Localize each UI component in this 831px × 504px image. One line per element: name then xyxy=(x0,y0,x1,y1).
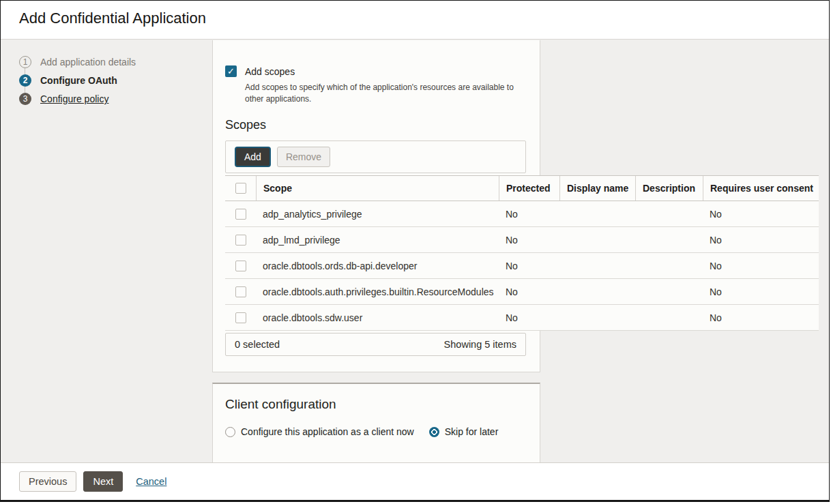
row-checkbox-cell xyxy=(225,235,256,246)
row-checkbox[interactable] xyxy=(235,209,246,220)
select-all-cell xyxy=(225,176,256,201)
step-label: Configure OAuth xyxy=(40,75,117,86)
page-title: Add Confidential Application xyxy=(19,10,206,27)
radio-icon[interactable] xyxy=(225,427,235,437)
scope-cell: adp_lmd_privilege xyxy=(256,235,499,246)
column-header-protected[interactable]: Protected xyxy=(499,176,559,201)
scope-cell: oracle.dbtools.ords.db-api.developer xyxy=(256,261,499,271)
radio-label: Skip for later xyxy=(445,426,499,437)
scope-cell: oracle.dbtools.sdw.user xyxy=(256,312,499,323)
cancel-link[interactable]: Cancel xyxy=(136,476,166,487)
scopes-table: Scope Protected Display name Description… xyxy=(225,175,819,331)
row-checkbox-cell xyxy=(225,209,256,220)
add-button[interactable]: Add xyxy=(235,147,271,167)
scope-cell: adp_analytics_privilege xyxy=(256,209,499,220)
step-number-badge: 3 xyxy=(19,93,31,105)
next-button[interactable]: Next xyxy=(83,471,123,492)
table-row: oracle.dbtools.auth.privileges.builtin.R… xyxy=(225,279,819,305)
previous-button[interactable]: Previous xyxy=(19,471,76,492)
wizard-step-2[interactable]: 2Configure OAuth xyxy=(19,74,136,87)
wizard-footer-bar: Previous Next Cancel xyxy=(1,462,829,500)
add-confidential-application-dialog: Add Confidential Application 1Add applic… xyxy=(0,0,830,502)
protected-cell: No xyxy=(499,261,559,271)
step-number-badge: 1 xyxy=(19,56,31,68)
scope-cell: oracle.dbtools.auth.privileges.builtin.R… xyxy=(256,286,499,297)
showing-count: Showing 5 items xyxy=(444,339,516,350)
column-header-display-name[interactable]: Display name xyxy=(559,176,635,201)
wizard-step-3[interactable]: 3Configure policy xyxy=(19,93,136,105)
wizard-step-1[interactable]: 1Add application details xyxy=(19,56,136,68)
add-scopes-description: Add scopes to specify which of the appli… xyxy=(245,82,518,105)
table-row: adp_analytics_privilegeNoNo xyxy=(225,201,819,227)
select-all-checkbox[interactable] xyxy=(235,183,246,194)
remove-button[interactable]: Remove xyxy=(277,147,330,167)
row-checkbox-cell xyxy=(225,312,256,323)
radio-option-configure-now[interactable]: Configure this application as a client n… xyxy=(225,426,414,437)
row-checkbox[interactable] xyxy=(235,235,246,246)
radio-label: Configure this application as a client n… xyxy=(241,426,414,437)
requires-user-consent-cell: No xyxy=(703,209,819,220)
add-scopes-checkbox[interactable]: ✓ xyxy=(225,65,237,77)
table-row: adp_lmd_privilegeNoNo xyxy=(225,227,819,253)
step-number-badge: 2 xyxy=(19,74,31,87)
step-label: Add application details xyxy=(40,57,136,68)
radio-icon[interactable] xyxy=(429,427,439,437)
scopes-heading: Scopes xyxy=(225,118,266,132)
protected-cell: No xyxy=(499,209,559,220)
oauth-scopes-card: ✓ Add scopes Add scopes to specify which… xyxy=(212,40,540,372)
row-checkbox-cell xyxy=(225,261,256,271)
selected-count: 0 selected xyxy=(235,339,280,350)
dialog-header: Add Confidential Application xyxy=(1,1,829,40)
column-header-requires-user-consent[interactable]: Requires user consent xyxy=(703,176,819,201)
client-configuration-card: Client configuration Configure this appl… xyxy=(212,383,540,465)
column-header-scope[interactable]: Scope xyxy=(256,176,499,201)
radio-option-skip-for-later[interactable]: Skip for later xyxy=(429,426,499,437)
scopes-toolbar: Add Remove xyxy=(225,140,526,173)
scopes-table-body: adp_analytics_privilegeNoNoadp_lmd_privi… xyxy=(225,201,819,331)
scopes-table-header: Scope Protected Display name Description… xyxy=(225,175,819,201)
scopes-table-footer: 0 selected Showing 5 items xyxy=(225,333,526,356)
client-configuration-options: Configure this application as a client n… xyxy=(225,426,498,437)
requires-user-consent-cell: No xyxy=(703,312,819,323)
requires-user-consent-cell: No xyxy=(703,235,819,246)
add-scopes-row: ✓ Add scopes xyxy=(225,65,295,77)
table-row: oracle.dbtools.sdw.userNoNo xyxy=(225,305,819,331)
column-header-description[interactable]: Description xyxy=(635,176,703,201)
row-checkbox[interactable] xyxy=(235,312,246,323)
row-checkbox-cell xyxy=(225,286,256,297)
add-scopes-label: Add scopes xyxy=(245,66,295,77)
wizard-steps: 1Add application details2Configure OAuth… xyxy=(19,56,136,111)
requires-user-consent-cell: No xyxy=(703,261,819,271)
step-label[interactable]: Configure policy xyxy=(40,93,108,104)
requires-user-consent-cell: No xyxy=(703,286,819,297)
protected-cell: No xyxy=(499,312,559,323)
row-checkbox[interactable] xyxy=(235,286,246,297)
client-configuration-heading: Client configuration xyxy=(225,397,336,412)
row-checkbox[interactable] xyxy=(235,261,246,271)
protected-cell: No xyxy=(499,286,559,297)
table-row: oracle.dbtools.ords.db-api.developerNoNo xyxy=(225,253,819,279)
protected-cell: No xyxy=(499,235,559,246)
